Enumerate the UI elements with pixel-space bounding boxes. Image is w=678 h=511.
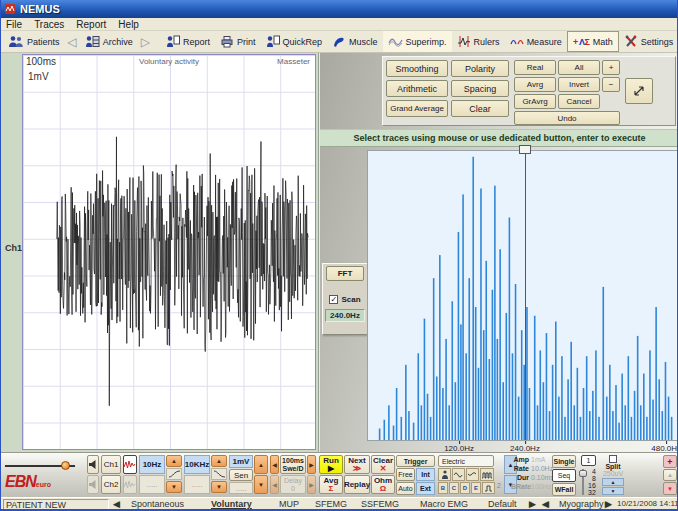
- lpf-up-button[interactable]: ▲: [211, 455, 227, 467]
- trigger-int-button[interactable]: Int: [416, 468, 435, 481]
- next-patient-button[interactable]: ▷: [138, 35, 153, 49]
- test-ssfemg[interactable]: SSFEMG: [361, 499, 399, 509]
- real-button[interactable]: Real: [514, 60, 556, 75]
- sensitivity-down-button[interactable]: ▼: [254, 475, 268, 494]
- speaker-on-button[interactable]: [87, 455, 99, 474]
- arithmetic-button[interactable]: Arithmetic: [386, 80, 448, 97]
- pulse-train-icon: [482, 471, 493, 479]
- prev-patient-button[interactable]: ◁: [65, 35, 80, 49]
- stim-train-button[interactable]: [480, 468, 494, 481]
- scan-checkbox[interactable]: ✓: [329, 295, 338, 304]
- channel-2-button[interactable]: Ch2: [101, 475, 121, 494]
- run-button[interactable]: Run ▶: [319, 455, 343, 474]
- archive-button[interactable]: Archive: [80, 31, 138, 52]
- cancel-button[interactable]: Cancel: [558, 94, 600, 109]
- plus-button[interactable]: +: [602, 60, 620, 75]
- wfall-mode-button[interactable]: WFall: [552, 483, 576, 496]
- minus-button[interactable]: −: [602, 77, 620, 92]
- avrg-button[interactable]: Avrg: [514, 77, 556, 92]
- sweep-right-button[interactable]: ▶: [307, 455, 316, 474]
- hpf-down-button[interactable]: ▼: [166, 481, 182, 493]
- slider-knob[interactable]: [579, 470, 587, 477]
- fft-cursor-handle[interactable]: [519, 145, 531, 154]
- report-button[interactable]: Report: [161, 31, 215, 52]
- quickrep-button[interactable]: QuickRep: [261, 31, 328, 52]
- trigger-ext-button[interactable]: Ext: [416, 482, 435, 495]
- trigger-auto-button[interactable]: Auto: [396, 482, 415, 495]
- trace-on-button[interactable]: [123, 455, 137, 474]
- delay-right-button[interactable]: ▶: [307, 475, 316, 494]
- stim-site-b-button[interactable]: B: [438, 482, 448, 494]
- test-voluntary[interactable]: Voluntary: [211, 499, 252, 509]
- replay-button[interactable]: Replay: [344, 475, 370, 494]
- split-up-button[interactable]: ▲: [602, 478, 624, 486]
- scroll-down-button[interactable]: ▼: [663, 482, 677, 495]
- stim-patient-button[interactable]: [438, 468, 451, 481]
- settings-button[interactable]: Settings: [619, 31, 678, 52]
- menu-report[interactable]: Report: [76, 19, 106, 30]
- split-checkbox[interactable]: [609, 455, 617, 463]
- math-button[interactable]: +ΛΣ Math: [567, 31, 619, 52]
- delay-left-button[interactable]: ◀: [270, 475, 279, 494]
- stim-site-c-button[interactable]: C: [449, 482, 459, 494]
- measure-button[interactable]: Measure: [505, 31, 567, 52]
- channel-1-button[interactable]: Ch1: [101, 455, 121, 474]
- sen-button[interactable]: Sen: [229, 469, 253, 481]
- ohm-button[interactable]: Ohm Ω: [371, 475, 395, 494]
- stim-wave-b-button[interactable]: [466, 468, 479, 481]
- muscle-button[interactable]: Muscle: [327, 31, 383, 52]
- spacing-button[interactable]: Spacing: [451, 80, 509, 97]
- profile-name[interactable]: Default: [488, 499, 517, 509]
- average-button[interactable]: Avg Σ: [319, 475, 343, 494]
- single-pulse-button[interactable]: [482, 482, 495, 494]
- rulers-button[interactable]: Rulers: [452, 31, 505, 52]
- clear-math-button[interactable]: Clear: [451, 100, 509, 117]
- trigger-free-button[interactable]: Free: [396, 468, 415, 481]
- stim-wave-a-button[interactable]: [452, 468, 465, 481]
- scroll-up-button[interactable]: ▲: [663, 469, 677, 481]
- add-button[interactable]: +: [663, 455, 677, 468]
- hpf-up-button[interactable]: ▲: [166, 455, 182, 467]
- next-button[interactable]: Next ≫: [344, 455, 370, 474]
- menu-file[interactable]: File: [6, 19, 22, 30]
- stim-site-e-button[interactable]: E: [471, 482, 481, 494]
- polarity-button[interactable]: Polarity: [451, 60, 509, 77]
- volume-slider[interactable]: [5, 461, 81, 471]
- trace-count-slider[interactable]: [579, 468, 587, 496]
- invert-button[interactable]: Invert: [558, 77, 600, 92]
- sensitivity-up-button[interactable]: ▲: [254, 455, 268, 474]
- fft-spectrum-panel[interactable]: [367, 150, 678, 441]
- test-mup[interactable]: MUP: [279, 499, 299, 509]
- split-down-button[interactable]: ▼: [602, 487, 624, 495]
- test-spontaneous[interactable]: Spontaneous: [131, 499, 184, 509]
- superimpose-button[interactable]: Superimp.: [383, 31, 452, 52]
- all-button[interactable]: All: [558, 60, 600, 75]
- test-sfemg[interactable]: SFEMG: [315, 499, 347, 509]
- menu-help[interactable]: Help: [118, 19, 139, 30]
- quickrep-icon: [266, 35, 280, 48]
- modality-name[interactable]: Myography: [559, 499, 604, 509]
- stimulator-type-dropdown[interactable]: Electric: [438, 455, 494, 467]
- print-button[interactable]: Print: [215, 31, 261, 52]
- grand-average-button[interactable]: Grand Average: [386, 100, 448, 117]
- speaker-off-button[interactable]: [87, 475, 99, 494]
- lpf-down-button[interactable]: ▼: [211, 481, 227, 493]
- menu-traces[interactable]: Traces: [34, 19, 64, 30]
- emg-trace-panel[interactable]: 100ms 1mV Voluntary activity Masseter: [22, 54, 316, 450]
- test-macro-emg[interactable]: Macro EMG: [420, 499, 468, 509]
- volume-knob[interactable]: [61, 461, 70, 470]
- single-mode-button[interactable]: Single: [552, 455, 576, 468]
- fft-button[interactable]: FFT: [326, 266, 364, 281]
- smoothing-button[interactable]: Smoothing: [386, 60, 448, 77]
- trace-select-button[interactable]: [625, 78, 653, 104]
- lpf-filter-cell: [211, 468, 227, 480]
- run-group: Run ▶ Next ≫ Clear ✕ Avg Σ Replay Ohm Ω: [319, 455, 395, 494]
- trace-off-button[interactable]: [123, 475, 137, 494]
- undo-button[interactable]: Undo: [514, 111, 620, 125]
- seq-mode-button[interactable]: Seq: [552, 469, 576, 482]
- gravrg-button[interactable]: GrAvrg: [514, 94, 556, 109]
- patients-button[interactable]: Patients: [3, 31, 65, 52]
- clear-button[interactable]: Clear ✕: [371, 455, 395, 474]
- stim-site-d-button[interactable]: D: [460, 482, 470, 494]
- sweep-left-button[interactable]: ◀: [270, 455, 279, 474]
